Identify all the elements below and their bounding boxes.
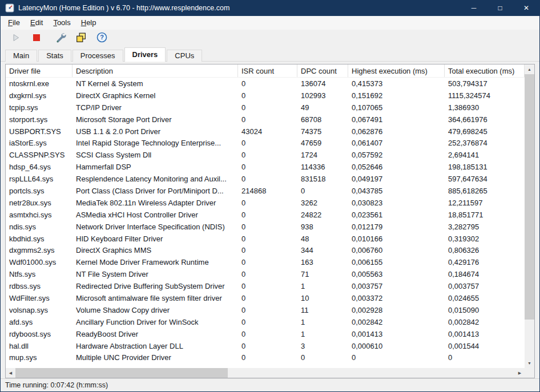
column-header-highest-execution-ms[interactable]: Highest execution (ms) — [348, 64, 445, 77]
table-cell-dpc-count: 1 — [297, 282, 348, 290]
menu-tools[interactable]: Tools — [48, 16, 75, 30]
table-cell-isr-count: 0 — [238, 139, 297, 147]
table-row[interactable]: tcpip.sysTCP/IP Driver0490,1070651,38693… — [6, 102, 525, 114]
tab-processes[interactable]: Processes — [72, 50, 123, 62]
window-title: LatencyMon (Home Edition ) v 6.70 - http… — [18, 4, 229, 12]
table-cell-description: Volume Shadow Copy driver — [72, 306, 238, 314]
table-cell-highest-execution-ms: 0,067491 — [348, 115, 445, 124]
table-cell-isr-count: 0 — [238, 199, 297, 207]
table-cell-driver-file: iaStorE.sys — [6, 139, 72, 147]
tab-cpus[interactable]: CPUs — [167, 50, 202, 62]
latencymon-window: LatencyMon (Home Edition ) v 6.70 - http… — [0, 0, 540, 392]
table-row[interactable]: portcls.sysPort Class (Class Driver for … — [6, 185, 525, 197]
report-button[interactable] — [72, 30, 90, 46]
table-cell-dpc-count: 0 — [297, 187, 348, 195]
vertical-scroll-thumb[interactable] — [525, 74, 534, 320]
vertical-scrollbar[interactable]: ▲ ▼ — [525, 64, 534, 368]
start-monitor-button[interactable] — [7, 30, 25, 46]
column-header-dpc-count[interactable]: DPC count — [297, 64, 348, 77]
table-cell-dpc-count: 163 — [297, 258, 348, 266]
scroll-left-arrow[interactable]: ◀ — [6, 368, 15, 378]
table-cell-dpc-count: 68708 — [297, 115, 348, 124]
tab-page-drivers: Driver fileDescriptionISR countDPC count… — [1, 62, 539, 378]
table-cell-isr-count: 214868 — [238, 187, 297, 195]
table-row[interactable]: hdsp_64.sysHammerfall DSP01143360,052646… — [6, 161, 525, 173]
table-cell-highest-execution-ms: 0,005563 — [348, 270, 445, 278]
table-cell-driver-file: netr28ux.sys — [6, 199, 72, 207]
horizontal-scrollbar[interactable]: ◀ ▶ — [6, 368, 525, 378]
table-cell-description: SCSI Class System Dll — [72, 151, 238, 159]
table-row[interactable]: ndis.sysNetwork Driver Interface Specifi… — [6, 221, 525, 233]
statusbar: Time running: 0:07:42 (h:mm:ss) — [1, 378, 539, 391]
tab-main[interactable]: Main — [5, 50, 37, 62]
table-cell-description: Multiple UNC Provider Driver — [72, 353, 238, 362]
scroll-down-arrow[interactable]: ▼ — [525, 358, 534, 368]
table-cell-isr-count: 0 — [238, 294, 297, 302]
table-row[interactable]: volsnap.sysVolume Shadow Copy driver0110… — [6, 304, 525, 316]
scroll-right-arrow[interactable]: ▶ — [515, 368, 525, 378]
table-cell-dpc-count: 74375 — [297, 127, 348, 136]
table-cell-isr-count: 0 — [238, 163, 297, 171]
stop-monitor-button[interactable] — [28, 30, 45, 46]
table-row[interactable]: mup.sysMultiple UNC Provider Driver0000 — [6, 351, 525, 363]
tab-stats[interactable]: Stats — [38, 50, 71, 62]
table-row[interactable]: CLASSPNP.SYSSCSI Class System Dll017240,… — [6, 149, 525, 161]
status-text: Time running: 0:07:42 (h:mm:ss) — [5, 381, 108, 389]
table-cell-isr-count: 0 — [238, 353, 297, 362]
column-header-isr-count[interactable]: ISR count — [238, 64, 297, 77]
minimize-button[interactable]: ─ — [461, 0, 487, 16]
table-cell-description: Ancillary Function Driver for WinSock — [72, 318, 238, 326]
table-cell-highest-execution-ms: 0,415373 — [348, 79, 445, 88]
menu-file[interactable]: File — [3, 16, 25, 30]
table-row[interactable]: dxgkrnl.sysDirectX Graphics Kernel010299… — [6, 90, 525, 102]
help-button[interactable]: ? — [93, 30, 110, 46]
table-cell-description: ReadyBoost Driver — [72, 330, 238, 338]
column-header-total-execution-ms[interactable]: Total execution (ms) — [445, 64, 525, 77]
table-cell-total-execution-ms: 0,001544 — [445, 342, 525, 350]
options-button[interactable] — [52, 30, 69, 46]
table-cell-highest-execution-ms: 0,057592 — [348, 151, 445, 159]
table-cell-highest-execution-ms: 0,000610 — [348, 342, 445, 350]
table-cell-highest-execution-ms: 0,151692 — [348, 91, 445, 100]
table-row[interactable]: Wdf01000.sysKernel Mode Driver Framework… — [6, 256, 525, 268]
table-row[interactable]: iaStorE.sysIntel Rapid Storage Technolog… — [6, 137, 525, 149]
menu-help[interactable]: Help — [76, 16, 102, 30]
table-cell-driver-file: WdFilter.sys — [6, 294, 72, 302]
table-cell-highest-execution-ms: 0,052646 — [348, 163, 445, 171]
table-cell-dpc-count: 11 — [297, 306, 348, 314]
table-row[interactable]: asmtxhci.sysASMedia xHCI Host Controller… — [6, 209, 525, 221]
close-button[interactable]: ✕ — [513, 0, 539, 16]
table-row[interactable]: kbdhid.sysHID Keyboard Filter Driver0480… — [6, 233, 525, 245]
table-cell-total-execution-ms: 0,003757 — [445, 282, 525, 290]
table-cell-description: Kernel Mode Driver Framework Runtime — [72, 258, 238, 266]
table-row[interactable]: USBPORT.SYSUSB 1.1 & 2.0 Port Driver4302… — [6, 126, 525, 138]
column-header-description[interactable]: Description — [72, 64, 238, 77]
table-row[interactable]: storport.sysMicrosoft Storage Port Drive… — [6, 114, 525, 126]
table-row[interactable]: afd.sysAncillary Function Driver for Win… — [6, 316, 525, 328]
table-row[interactable]: rdyboost.sysReadyBoost Driver010,0014130… — [6, 328, 525, 340]
table-cell-driver-file: rspLLL64.sys — [6, 175, 72, 183]
table-row[interactable]: ntoskrnl.exeNT Kernel & System01360740,4… — [6, 78, 525, 90]
table-row[interactable]: netr28ux.sysMediaTek 802.11n Wireless Ad… — [6, 197, 525, 209]
menu-edit[interactable]: Edit — [25, 16, 48, 30]
tab-drivers[interactable]: Drivers — [124, 47, 166, 62]
table-row[interactable]: Ntfs.sysNT File System Driver0710,005563… — [6, 268, 525, 280]
table-cell-driver-file: afd.sys — [6, 318, 72, 326]
column-header-driver-file[interactable]: Driver file — [6, 64, 72, 77]
horizontal-scroll-thumb[interactable] — [15, 368, 228, 378]
table-row[interactable]: hal.dllHardware Abstraction Layer DLL030… — [6, 340, 525, 352]
table-row[interactable]: WdFilter.sysMicrosoft antimalware file s… — [6, 292, 525, 304]
table-row[interactable]: dxgmms2.sysDirectX Graphics MMS03440,006… — [6, 244, 525, 256]
table-cell-total-execution-ms: 1,386930 — [445, 103, 525, 112]
maximize-button[interactable]: □ — [487, 0, 513, 16]
table-cell-description: DirectX Graphics Kernel — [72, 91, 238, 100]
table-row[interactable]: rdbss.sysRedirected Drive Buffering SubS… — [6, 280, 525, 292]
table-cell-highest-execution-ms: 0,030823 — [348, 199, 445, 207]
table-cell-isr-count: 0 — [238, 235, 297, 243]
window-controls: ─ □ ✕ — [461, 0, 539, 16]
table-cell-driver-file: USBPORT.SYS — [6, 127, 72, 136]
table-cell-description: Redirected Drive Buffering SubSystem Dri… — [72, 282, 238, 290]
table-row[interactable]: rspLLL64.sysResplendence Latency Monitor… — [6, 173, 525, 185]
scroll-up-arrow[interactable]: ▲ — [525, 64, 534, 74]
play-icon — [11, 33, 21, 44]
